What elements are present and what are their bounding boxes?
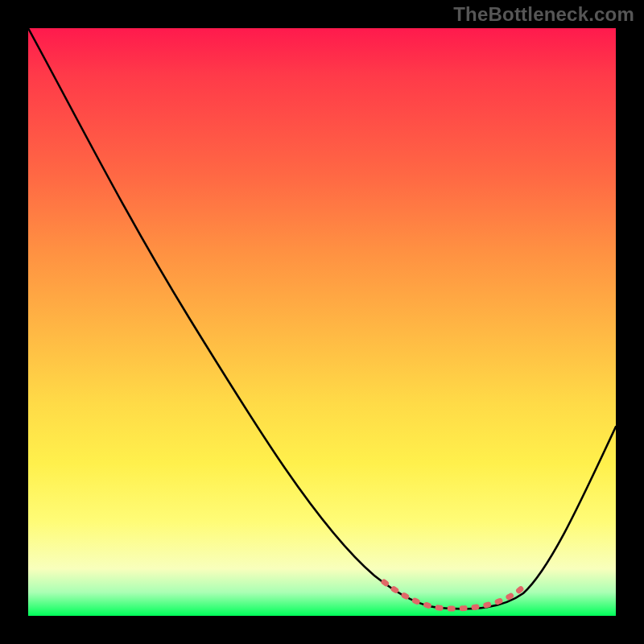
chart-svg bbox=[28, 28, 616, 616]
watermark-text: TheBottleneck.com bbox=[453, 3, 634, 26]
chart-plot-area bbox=[28, 28, 616, 616]
curve-main bbox=[28, 28, 616, 609]
